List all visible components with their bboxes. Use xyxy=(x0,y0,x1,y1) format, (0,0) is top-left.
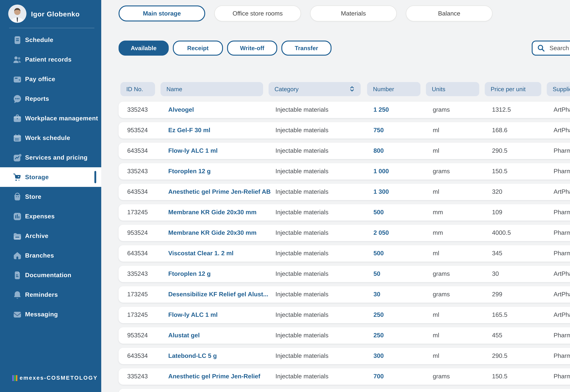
table-row[interactable]: 643534Anesthetic gel Prime Jen-Relief AB… xyxy=(119,184,570,200)
cell-units: grams xyxy=(433,266,450,282)
cell-name[interactable]: Ez Gel-F 30 ml xyxy=(168,122,210,139)
column-header-supplier-contacts[interactable]: Supplier/Contacts xyxy=(547,82,570,96)
table-header: ID No.NameCategoryNumberUnitsPrice per u… xyxy=(119,82,570,96)
cell-id: 953524 xyxy=(127,327,148,344)
logo-bar xyxy=(12,375,14,381)
cell-number: 300 xyxy=(373,348,384,364)
sidebar-item-label: Pay office xyxy=(25,76,55,83)
sidebar-item-label: Schedule xyxy=(25,36,53,43)
table-row[interactable]: 643534Flow-ly ALC 1 mlInjectable materia… xyxy=(119,143,570,159)
cell-supplier: ArtPharmaGroup OJSC+ 10994441112 xyxy=(554,122,570,139)
table-row[interactable]: 335243AlveogelInjectable materials1 250g… xyxy=(119,102,570,118)
sidebar-item-storage[interactable]: Storage xyxy=(0,167,101,187)
tab-office-store-rooms[interactable]: Office store rooms xyxy=(214,5,301,21)
cell-name[interactable]: Alveogel xyxy=(168,102,194,118)
write-off-button[interactable]: Write-off xyxy=(227,41,277,56)
sidebar-item-workplace-management[interactable]: Workplace management xyxy=(0,109,101,128)
cell-name[interactable]: Anesthetic gel Prime Jen-Relief xyxy=(168,368,260,385)
sidebar-item-label: Store xyxy=(25,193,41,200)
search-input[interactable] xyxy=(549,44,570,52)
cell-name[interactable]: Viscostat Clear 1. 2 ml xyxy=(168,245,233,262)
cell-number: 30 xyxy=(373,286,380,303)
cell-supplier: PharmaInvestGroup+ 10665372716 xyxy=(554,143,570,159)
sidebar-item-messaging[interactable]: Messaging xyxy=(0,305,101,324)
cell-name[interactable]: Alustat gel xyxy=(168,327,200,344)
column-header-id-no-[interactable]: ID No. xyxy=(120,82,155,96)
table-row[interactable]: 643534Viscostat Clear 1. 2 mlInjectable … xyxy=(119,245,570,262)
sidebar-item-patient-records[interactable]: Patient records xyxy=(0,50,101,69)
sidebar-item-store[interactable]: Store xyxy=(0,187,101,207)
sidebar-item-expenses[interactable]: Expenses xyxy=(0,207,101,226)
tab-main-storage[interactable]: Main storage xyxy=(119,5,205,21)
table-row[interactable]: 335243Ftoroplen 12 gInjectable materials… xyxy=(119,266,570,282)
cell-category: Injectable materials xyxy=(275,286,328,303)
storage-tabs: Main storageOffice store roomsMaterialsB… xyxy=(119,5,492,21)
cell-name[interactable]: Membrane KR Gide 20x30 mm xyxy=(168,204,256,221)
tab-materials[interactable]: Materials xyxy=(310,5,397,21)
cell-supplier: ArtPharmaGroup OJSC+ 10994441112 xyxy=(554,307,570,323)
stock-filters: AvailableReceiptWrite-offTransfer xyxy=(119,41,331,56)
table-row-partial[interactable] xyxy=(119,389,570,392)
sidebar-item-work-schedule[interactable]: Work schedule xyxy=(0,128,101,148)
table-row[interactable]: 173245Flow-ly ALC 1 mlInjectable materia… xyxy=(119,307,570,323)
cell-price: 455 xyxy=(492,327,502,344)
cell-category: Injectable materials xyxy=(275,348,328,364)
column-header-category[interactable]: Category xyxy=(269,82,361,96)
sidebar-item-branches[interactable]: Branches xyxy=(0,246,101,265)
column-header-units[interactable]: Units xyxy=(426,82,479,96)
cell-price: 4000.5 xyxy=(492,225,511,241)
cart-icon xyxy=(12,172,22,182)
table-row[interactable]: 953524Membrane KR Gide 20x30 mmInjectabl… xyxy=(119,225,570,241)
cell-units: ml xyxy=(433,327,439,344)
cell-units: ml xyxy=(433,122,439,139)
cell-id: 643534 xyxy=(127,143,148,159)
cell-units: grams xyxy=(433,368,450,385)
column-header-number[interactable]: Number xyxy=(367,82,420,96)
table-row[interactable]: 173245Membrane KR Gide 20x30 mmInjectabl… xyxy=(119,204,570,221)
cell-name[interactable]: Desensibilize KF Relief gel Alust... xyxy=(168,286,268,303)
cell-name[interactable]: Latebond-LC 5 g xyxy=(168,348,217,364)
sidebar-item-schedule[interactable]: Schedule xyxy=(0,30,101,50)
cell-units: grams xyxy=(433,163,450,180)
table-row[interactable]: 335243Ftoroplen 12 gInjectable materials… xyxy=(119,163,570,180)
cell-units: mm xyxy=(433,204,443,221)
cell-name[interactable]: Membrane KR Gide 20x30 mm xyxy=(168,225,256,241)
toolbar: AvailableReceiptWrite-offTransfer xyxy=(119,41,570,56)
sidebar-item-reports[interactable]: Reports xyxy=(0,89,101,109)
cell-number: 700 xyxy=(373,368,384,385)
user-profile: Igor Globenko xyxy=(8,5,80,23)
archive-icon xyxy=(12,231,22,241)
cell-name[interactable]: Anesthetic gel Prime Jen-Relief AB xyxy=(168,184,271,200)
cell-supplier: PharmaInvestGroup+ 10665372716 xyxy=(554,348,570,364)
table-row[interactable]: 643534Latebond-LC 5 gInjectable material… xyxy=(119,348,570,364)
available-button[interactable]: Available xyxy=(119,41,169,56)
sidebar-item-services-and-pricing[interactable]: Services and pricing xyxy=(0,148,101,167)
table-row[interactable]: 953524Alustat gelInjectable materials250… xyxy=(119,327,570,344)
cell-name[interactable]: Flow-ly ALC 1 ml xyxy=(168,307,218,323)
transfer-button[interactable]: Transfer xyxy=(281,41,331,56)
cell-name[interactable]: Ftoroplen 12 g xyxy=(168,266,211,282)
sidebar-item-label: Messaging xyxy=(25,311,58,318)
table-row[interactable]: 173245Desensibilize KF Relief gel Alust.… xyxy=(119,286,570,303)
supplier-name: PharmaInvestGroup xyxy=(554,147,570,154)
cell-price: 150.5 xyxy=(492,368,507,385)
cell-units: ml xyxy=(433,245,439,262)
table-row[interactable]: 335243Anesthetic gel Prime Jen-ReliefInj… xyxy=(119,368,570,385)
cell-id: 335243 xyxy=(127,102,148,118)
cell-name[interactable]: Flow-ly ALC 1 ml xyxy=(168,143,218,159)
cell-name[interactable]: Ftoroplen 12 g xyxy=(168,163,211,180)
sidebar-item-reminders[interactable]: Reminders xyxy=(0,285,101,305)
sidebar-item-documentation[interactable]: Documentation xyxy=(0,265,101,285)
cell-supplier: PharmaInvestGroup+ 10665372716 xyxy=(554,225,570,241)
cell-category: Injectable materials xyxy=(275,204,328,221)
tab-balance[interactable]: Balance xyxy=(406,5,492,21)
table-row[interactable]: 953524Ez Gel-F 30 mlInjectable materials… xyxy=(119,122,570,139)
sidebar-item-archive[interactable]: Archive xyxy=(0,226,101,246)
receipt-button[interactable]: Receipt xyxy=(173,41,223,56)
column-header-name[interactable]: Name xyxy=(160,82,263,96)
column-header-price-per-unit[interactable]: Price per unit xyxy=(485,82,541,96)
cell-category: Injectable materials xyxy=(275,327,328,344)
supplier-name: ArtPharmaGroup OJSC xyxy=(554,106,570,113)
logo-bars-icon xyxy=(12,375,18,381)
sidebar-item-pay-office[interactable]: Pay office xyxy=(0,69,101,89)
